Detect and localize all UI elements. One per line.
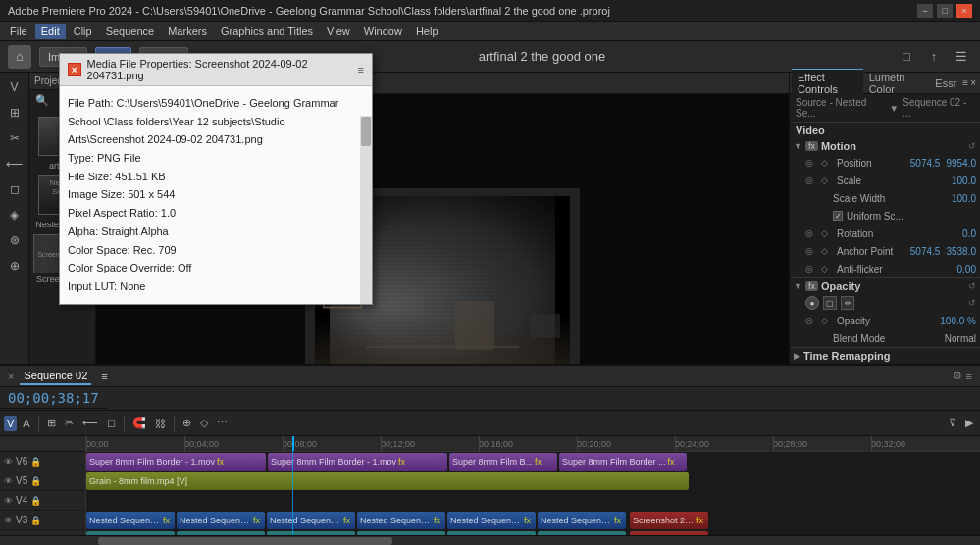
menu-help[interactable]: Help	[410, 24, 444, 39]
opacity-rect-btn[interactable]: ▢	[823, 296, 837, 310]
menu-markers[interactable]: Markers	[162, 24, 213, 39]
tab-effect-controls[interactable]: Effect Controls	[792, 69, 863, 97]
ec-panel-close[interactable]: ×	[970, 77, 976, 88]
menu-file[interactable]: File	[4, 24, 33, 39]
v5-clip-1[interactable]: Grain - 8mm film.mp4 [V]	[86, 472, 689, 490]
track-content-v3[interactable]: Nested Sequence 09 fx Nested Sequence 09…	[86, 511, 980, 530]
v5-eye-icon[interactable]: 👁	[4, 476, 13, 486]
tl-filter-btn[interactable]: ⊽	[946, 415, 959, 431]
minimize-button[interactable]: −	[917, 4, 933, 18]
v3-clip-2[interactable]: Nested Sequence 09 fx	[177, 512, 265, 529]
v3-clip-6[interactable]: Nested Sequence 11 fx	[538, 512, 626, 529]
v3-clip-5[interactable]: Nested Sequence 11 fx	[447, 512, 536, 529]
modal-menu-button[interactable]: ≡	[358, 64, 364, 75]
home-button[interactable]: ⌂	[8, 45, 31, 69]
track-content-v5[interactable]: Grain - 8mm film.mp4 [V]	[86, 471, 980, 491]
ec-source-dropdown[interactable]: ▼	[889, 103, 899, 114]
opacity-anim-icon[interactable]: ◎	[805, 316, 817, 325]
sidebar-pen-tool[interactable]: ⊛	[4, 229, 26, 251]
timeline-timecode[interactable]: 00;00;38;17	[0, 388, 107, 409]
menu-hamburger-button[interactable]: ☰	[951, 46, 972, 68]
v6-clip-1[interactable]: Super 8mm Film Border - 1.mov fx	[86, 453, 266, 471]
menu-graphics[interactable]: Graphics and Titles	[215, 24, 319, 39]
menu-sequence[interactable]: Sequence	[100, 24, 161, 39]
v6-clip-3[interactable]: Super 8mm Film B... fx	[449, 453, 557, 471]
track-content-v4[interactable]	[86, 491, 980, 511]
sidebar-hand-tool[interactable]: ⊕	[4, 255, 26, 276]
tl-razor[interactable]: ◻	[104, 415, 119, 431]
tracks-area[interactable]: 00;00 00;04;00 00;08;00 00;12;00 00;16;0…	[86, 436, 980, 535]
anchor-keyframe-icon[interactable]: ◇	[821, 246, 833, 256]
uniform-scale-checkbox[interactable]: ✓	[833, 211, 843, 221]
tl-settings-btn[interactable]: ⚙	[953, 370, 962, 382]
v3-clip-7[interactable]: Screenshot 2024-0... fx	[630, 512, 708, 529]
timeline-sequence-tab[interactable]: Sequence 02	[20, 368, 91, 385]
tl-tool-v[interactable]: V	[4, 416, 17, 431]
tl-panel-menu-btn[interactable]: ≡	[966, 370, 972, 382]
menu-clip[interactable]: Clip	[68, 24, 98, 39]
position-keyframe-icon[interactable]: ◇	[821, 158, 833, 168]
close-button[interactable]: ×	[956, 4, 972, 18]
sidebar-selection-tool[interactable]: V	[4, 76, 26, 98]
maximize-button[interactable]: □	[937, 4, 953, 18]
tl-roll[interactable]: ⟵	[79, 415, 101, 431]
rotation-value[interactable]: 0.0	[962, 228, 976, 239]
tl-ripple[interactable]: ✂	[62, 415, 77, 431]
v6-clip-4[interactable]: Super 8mm Film Border ... fx	[559, 453, 687, 471]
tl-settings-2[interactable]: ⋯	[214, 415, 231, 431]
v6-lock-icon[interactable]: 🔒	[30, 457, 41, 467]
opacity-circle-btn[interactable]: ●	[805, 296, 819, 310]
fx-time-remap-header[interactable]: ▶ Time Remapping	[790, 348, 980, 364]
sidebar-track-select[interactable]: ⊞	[4, 102, 26, 124]
position-x-value[interactable]: 5074.5	[910, 158, 941, 169]
tl-track-select[interactable]: ⊞	[44, 415, 59, 431]
opacity-prop-value[interactable]: 100.0 %	[940, 316, 976, 326]
tl-markers-btn[interactable]: ◇	[197, 415, 211, 431]
scale-value[interactable]: 100.0	[952, 175, 976, 186]
v4-lock-icon[interactable]: 🔒	[30, 496, 41, 506]
v4-eye-icon[interactable]: 👁	[4, 496, 13, 506]
menu-window[interactable]: Window	[358, 24, 408, 39]
sidebar-ripple-tool[interactable]: ✂	[4, 127, 26, 149]
scale-anim-icon[interactable]: ◎	[805, 175, 817, 185]
antiflicker-keyframe-icon[interactable]: ◇	[821, 264, 833, 273]
v6-clip-2[interactable]: Super 8mm Film Border - 1.mov fx	[268, 453, 447, 471]
opacity-pen-btn[interactable]: ✏	[841, 296, 854, 310]
motion-reset-button[interactable]: ↺	[968, 141, 976, 151]
anchor-anim-icon[interactable]: ◎	[805, 246, 817, 256]
modal-scrollbar[interactable]	[360, 116, 372, 304]
sidebar-roll-tool[interactable]: ⟵	[4, 153, 26, 174]
anchor-y-value[interactable]: 3538.0	[946, 246, 976, 257]
opacity-inner-reset[interactable]: ↺	[968, 298, 976, 308]
v3-clip-1[interactable]: Nested Sequence 09 fx	[86, 512, 175, 529]
tl-snap-btn[interactable]: 🧲	[129, 415, 149, 431]
v3-eye-icon[interactable]: 👁	[4, 516, 13, 525]
position-y-value[interactable]: 9954.0	[946, 158, 976, 169]
antiflicker-anim-icon[interactable]: ◎	[805, 264, 817, 273]
tl-linked-sel[interactable]: ⛓	[152, 416, 169, 431]
opacity-reset-button[interactable]: ↺	[968, 281, 976, 291]
modal-close-button[interactable]: ×	[68, 63, 81, 76]
tl-expand-btn[interactable]: ▶	[962, 415, 976, 431]
timeline-tab-icon[interactable]: ≡	[97, 369, 111, 384]
v3-clip-4[interactable]: Nested Sequence 10 fx	[357, 512, 445, 529]
sidebar-slip-tool[interactable]: ◈	[4, 204, 26, 225]
rotation-anim-icon[interactable]: ◎	[805, 228, 817, 238]
fx-opacity-header[interactable]: ▼ fx Opacity ↺	[790, 278, 980, 294]
sidebar-razor-tool[interactable]: ◻	[4, 178, 26, 200]
timeline-scroll-thumb[interactable]	[98, 537, 392, 545]
menu-view[interactable]: View	[321, 24, 356, 39]
modal-scroll-thumb[interactable]	[361, 117, 371, 146]
antiflicker-value[interactable]: 0.00	[957, 264, 976, 274]
scale-keyframe-icon[interactable]: ◇	[821, 175, 833, 185]
blend-mode-value[interactable]: Normal	[945, 333, 976, 344]
timeline-scrollbar-x[interactable]	[0, 535, 980, 545]
fx-motion-header[interactable]: ▼ fx Motion ↺	[790, 138, 980, 154]
position-anim-icon[interactable]: ◎	[805, 158, 817, 168]
tab-lumetri-color[interactable]: Lumetri Color	[863, 70, 930, 97]
opacity-keyframe-icon[interactable]: ◇	[821, 316, 833, 325]
v3-lock-icon[interactable]: 🔒	[30, 516, 41, 525]
fullscreen-button[interactable]: □	[896, 46, 917, 68]
tl-add-edit[interactable]: ⊕	[180, 415, 194, 431]
v5-lock-icon[interactable]: 🔒	[30, 476, 41, 486]
